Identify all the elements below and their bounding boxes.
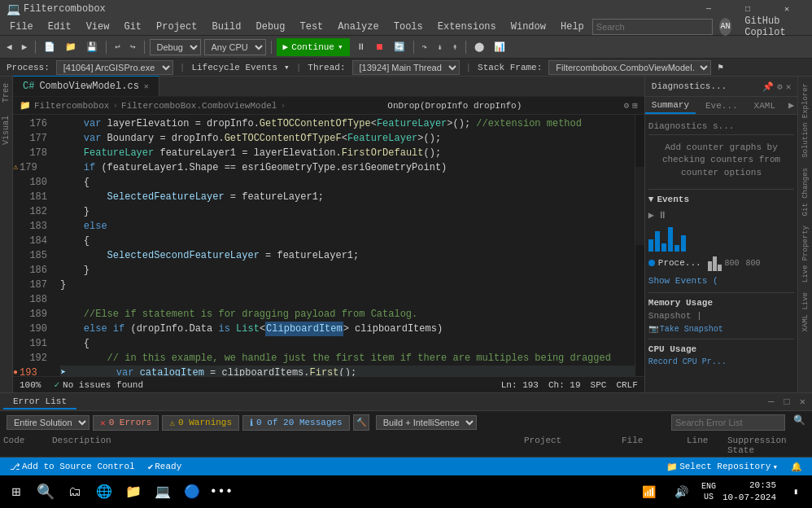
breadcrumb-root[interactable]: Filtercombobox <box>34 101 109 111</box>
bottom-tab-errorlist[interactable]: Error List <box>3 395 76 409</box>
menu-window[interactable]: Window <box>504 18 552 36</box>
diag-pin-icon[interactable]: 📌 <box>762 81 774 92</box>
events-collapse-icon[interactable]: ▼ <box>648 195 654 204</box>
menu-project[interactable]: Project <box>150 18 203 36</box>
menu-debug[interactable]: Debug <box>249 18 291 36</box>
bottom-panel-minimize[interactable]: ─ <box>765 396 777 408</box>
taskbar-chrome-button[interactable]: 🔵 <box>179 479 205 505</box>
start-button[interactable]: ⊞ <box>3 479 29 505</box>
step-over-button[interactable]: ↷ <box>419 38 431 56</box>
editor-zoom[interactable]: 100% <box>20 380 41 390</box>
diagnostics-button[interactable]: 📊 <box>491 38 509 56</box>
taskbar-more-button[interactable]: ••• <box>208 479 234 505</box>
select-repository-button[interactable]: 📁 Select Repository ▾ <box>663 462 781 472</box>
save-button[interactable]: 💾 <box>83 38 101 56</box>
pause-button[interactable]: ⏸ <box>353 38 369 56</box>
rv-tab-solution[interactable]: Solution Explorer <box>800 80 811 161</box>
rv-tab-property[interactable]: Live Property <box>800 222 811 286</box>
menu-help[interactable]: Help <box>554 18 591 36</box>
back-button[interactable]: ◀ <box>3 38 15 56</box>
tab-close-button[interactable]: ✕ <box>144 81 149 91</box>
editor-minimap[interactable] <box>635 115 644 376</box>
taskbar-volume-button[interactable]: 🔊 <box>669 479 695 505</box>
bottom-tab-bar: Error List ─ □ ✕ <box>0 393 812 411</box>
code-lines[interactable]: var layerElevation = dropInfo.GetTOCCont… <box>54 115 635 376</box>
breakpoint-button[interactable]: ⬤ <box>471 38 487 56</box>
rv-tab-git[interactable]: Git Changes <box>800 164 811 219</box>
taskbar-search-button[interactable]: 🔍 <box>33 479 59 505</box>
menu-edit[interactable]: Edit <box>41 18 78 36</box>
menu-git[interactable]: Git <box>117 18 148 36</box>
restart-button[interactable]: 🔄 <box>391 38 408 56</box>
menu-file[interactable]: File <box>3 18 40 36</box>
editor-expand-icon[interactable]: ⊞ <box>632 100 638 111</box>
messages-button[interactable]: ℹ 0 of 20 Messages <box>242 415 350 431</box>
diag-tab-summary[interactable]: Summary <box>645 97 696 114</box>
search-input[interactable] <box>592 19 713 35</box>
debug-config-dropdown[interactable]: Debug <box>150 39 201 55</box>
stop-button[interactable]: ⏹ <box>372 38 387 56</box>
github-copilot-label[interactable]: GitHub Copilot <box>738 18 809 36</box>
taskbar-edge-button[interactable]: 🌐 <box>91 479 117 505</box>
forward-button[interactable]: ▶ <box>19 38 31 56</box>
show-desktop-button[interactable]: ▮ <box>783 479 809 505</box>
breadcrumb-class[interactable]: FiltercomboBox.ComboViewModel <box>121 101 277 111</box>
source-control-button[interactable]: ⎇ Add to Source Control <box>7 462 138 472</box>
bottom-panel-close[interactable]: ✕ <box>797 396 809 408</box>
show-events-link[interactable]: Show Events ( <box>648 276 718 286</box>
menu-tools[interactable]: Tools <box>387 18 430 36</box>
taskbar-widgets-button[interactable]: 🗂 <box>62 479 88 505</box>
clock-date: 10-07-2024 <box>723 492 776 504</box>
menu-build[interactable]: Build <box>205 18 247 36</box>
process-dropdown[interactable]: [41064] ArcGISPro.exe <box>56 60 173 75</box>
step-out-button[interactable]: ↟ <box>449 38 461 56</box>
stack-frame-dropdown[interactable]: Filtercombobox.ComboViewModel.OnDr... <box>548 60 711 75</box>
redo-button[interactable]: ↪ <box>127 38 139 56</box>
warnings-button[interactable]: ⚠ 0 Warnings <box>162 415 239 431</box>
diag-right-arrow[interactable]: ▶ <box>785 99 797 112</box>
new-file-button[interactable]: 📄 <box>41 38 59 56</box>
diag-tab-xaml[interactable]: XAML <box>748 97 782 114</box>
diag-close-icon[interactable]: ✕ <box>786 81 792 92</box>
events-play-btn[interactable]: ▶ <box>648 209 654 221</box>
bottom-panel-maximize[interactable]: □ <box>781 396 793 408</box>
events-pause-btn[interactable]: ⏸ <box>657 209 667 221</box>
solution-filter-dropdown[interactable]: Entire Solution <box>7 415 89 430</box>
minimize-button[interactable]: ─ <box>690 0 727 18</box>
editor-settings-icon[interactable]: ⚙ <box>624 100 630 111</box>
search-error-input[interactable] <box>671 414 785 431</box>
breadcrumb-method[interactable]: OnDrop(DropInfo dropInfo) <box>387 101 522 111</box>
diag-tab-events[interactable]: Eve... <box>699 97 744 114</box>
menu-view[interactable]: View <box>80 18 116 36</box>
crlf-label[interactable]: CRLF <box>616 380 637 390</box>
taskbar-wifi-button[interactable]: 📶 <box>636 479 662 505</box>
side-tab-tree[interactable]: Tree <box>0 77 12 109</box>
breadcrumb-root-icon: 📁 <box>20 100 31 111</box>
notifications-button[interactable]: 🔔 <box>788 462 805 472</box>
side-tab-visual[interactable]: Visual <box>0 109 12 151</box>
step-into-button[interactable]: ↡ <box>434 38 446 56</box>
continue-button[interactable]: ▶ Continue ▾ <box>277 38 350 56</box>
taskbar-vs-button[interactable]: 💻 <box>150 479 176 505</box>
thread-dropdown[interactable]: [13924] Main Thread <box>352 60 460 75</box>
chrome-icon: 🔵 <box>184 484 200 500</box>
platform-dropdown[interactable]: Any CPU <box>204 39 266 55</box>
build-filter-button[interactable]: 🔨 <box>353 414 369 431</box>
rv-tab-xaml-live[interactable]: XAML Live <box>800 289 811 335</box>
record-cpu-button[interactable]: Record CPU Pr... <box>648 356 794 368</box>
clock-button[interactable]: 20:35 10-07-2024 <box>723 480 776 505</box>
take-snapshot-button[interactable]: 📷 Take Snapshot <box>648 322 794 335</box>
undo-button[interactable]: ↩ <box>111 38 124 56</box>
errors-button[interactable]: ✕ 0 Errors <box>93 415 159 431</box>
search-error-icon[interactable]: 🔍 <box>793 414 805 431</box>
menu-analyze[interactable]: Analyze <box>331 18 385 36</box>
editor-tab-comboviewmodel[interactable]: C# ComboViewModel.cs ✕ <box>13 76 159 96</box>
intellisense-dropdown[interactable]: Build + IntelliSense <box>376 415 477 430</box>
diag-settings-icon[interactable]: ⚙ <box>777 81 783 92</box>
lifecycle-label: Lifecycle Events <box>191 63 277 72</box>
code-editor[interactable]: 176 177 178 ⚠179 180 181 182 183 184 185… <box>13 115 644 376</box>
menu-test[interactable]: Test <box>294 18 330 36</box>
taskbar-explorer-button[interactable]: 📁 <box>120 479 146 505</box>
open-file-button[interactable]: 📁 <box>62 38 80 56</box>
menu-extensions[interactable]: Extensions <box>431 18 503 36</box>
